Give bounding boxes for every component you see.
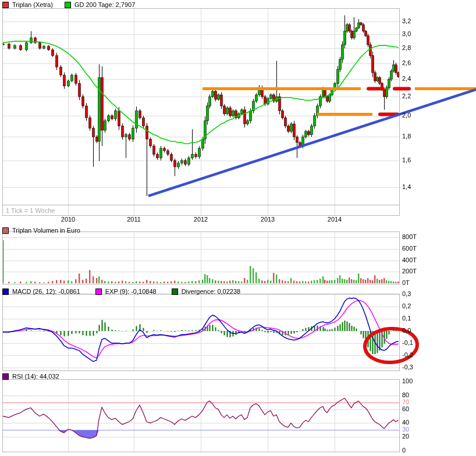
- macd-series-swatch: [2, 288, 9, 295]
- macd-legend: MACD (26, 12): -0,0861 EXP (9): -0,10848…: [2, 287, 240, 295]
- exp-series-swatch: [95, 288, 102, 295]
- gd200-series-label: GD 200 Tage: 2,7907: [74, 1, 135, 8]
- rsi-series-label: RSI (14): 44,032: [12, 373, 59, 380]
- volume-legend: Triplan Volumen in Euro: [2, 226, 80, 234]
- triplan-series-label: Triplan (Xetra): [12, 1, 53, 8]
- chart-window: Triplan (Xetra) GD 200 Tage: 2,7907 1 Ti…: [0, 0, 476, 456]
- volume-series-swatch: [2, 227, 9, 234]
- legend-item-triplan: Triplan (Xetra): [2, 1, 53, 8]
- volume-series-label: Triplan Volumen in Euro: [12, 227, 80, 234]
- legend-item-rsi: RSI (14): 44,032: [2, 373, 59, 380]
- legend-item-gd200: GD 200 Tage: 2,7907: [65, 1, 135, 8]
- main-chart-legend: Triplan (Xetra) GD 200 Tage: 2,7907: [2, 1, 135, 9]
- legend-item-divergence: Divergence: 0,02238: [172, 288, 241, 295]
- gd200-series-swatch: [65, 2, 71, 8]
- divergence-series-label: Divergence: 0,02238: [182, 288, 241, 295]
- tick-interval-note: 1 Tick = 1 Woche: [6, 207, 55, 214]
- legend-item-macd: MACD (26, 12): -0,0861: [2, 288, 80, 295]
- macd-series-label: MACD (26, 12): -0,0861: [12, 288, 80, 295]
- rsi-legend: RSI (14): 44,032: [2, 372, 59, 380]
- exp-series-label: EXP (9): -0,10848: [105, 288, 157, 295]
- divergence-series-swatch: [172, 288, 178, 295]
- legend-item-exp: EXP (9): -0,10848: [95, 288, 157, 295]
- legend-item-volume: Triplan Volumen in Euro: [2, 227, 80, 234]
- triplan-series-swatch: [2, 2, 9, 8]
- rsi-series-swatch: [2, 373, 9, 380]
